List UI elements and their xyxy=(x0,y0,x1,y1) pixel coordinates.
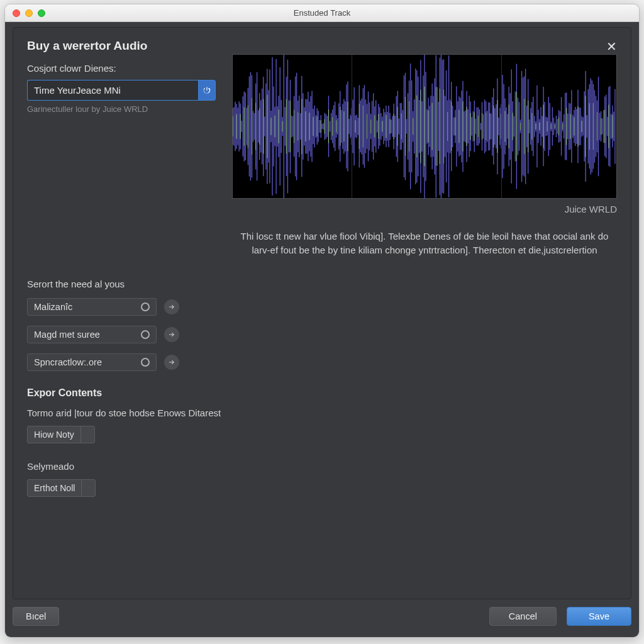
waveform-icon xyxy=(233,55,616,198)
arrow-right-icon xyxy=(168,358,175,366)
footer: Bıcel Cancel Save xyxy=(13,603,631,630)
save-button[interactable]: Save xyxy=(567,607,631,626)
cancel-button[interactable]: Cancel xyxy=(489,607,557,626)
panel: Buy a werertor Audio ✕ Cosjort clowr Die… xyxy=(5,22,639,637)
option-2-label: Spncractlow:.ore xyxy=(34,357,102,367)
window: Enstuded Track Buy a werertor Audio ✕ Co… xyxy=(4,4,640,638)
search-label: Cosjort clowr Dienes: xyxy=(27,63,216,74)
arrow-right-icon xyxy=(168,331,175,338)
option-0-label: Malizanîc xyxy=(34,302,72,312)
arrow-right-icon xyxy=(168,303,175,311)
option-0[interactable]: Malizanîc xyxy=(27,298,157,316)
export-subheading: Selymeado xyxy=(27,461,617,472)
option-1-label: Magd met suree xyxy=(34,330,100,340)
export-prompt: Tormo arid |tour do stoe hodse Enows Dit… xyxy=(27,408,617,418)
search-helper: Garinectuller lour by Juice WRLD xyxy=(27,104,216,114)
waveform-display xyxy=(232,54,617,199)
page-title: Buy a werertor Audio xyxy=(27,39,147,53)
option-2[interactable]: Spncractlow:.ore xyxy=(27,353,157,371)
option-1-arrow[interactable] xyxy=(164,327,179,342)
power-icon xyxy=(203,86,211,95)
content: Buy a werertor Audio ✕ Cosjort clowr Die… xyxy=(13,27,631,599)
search-wrap xyxy=(27,80,216,101)
export-dropdown-1-label: Hiow Noty xyxy=(28,426,80,443)
export-heading: Expor Contents xyxy=(27,387,617,399)
option-row-1: Magd met suree xyxy=(27,326,617,343)
close-icon[interactable]: ✕ xyxy=(606,39,617,54)
back-button[interactable]: Bıcel xyxy=(13,607,59,626)
chevron-down-icon xyxy=(80,426,94,443)
options-label: Serort the need al yous xyxy=(27,279,617,289)
option-row-2: Spncractlow:.ore xyxy=(27,353,617,371)
export-dropdown-2-label: Erthot Noll xyxy=(28,480,81,496)
radio-icon xyxy=(141,303,150,311)
waveform-artist: Juice WRLD xyxy=(232,204,617,214)
radio-icon xyxy=(141,358,150,367)
chevron-down-icon xyxy=(81,480,95,496)
titlebar: Enstuded Track xyxy=(5,4,639,22)
option-0-arrow[interactable] xyxy=(164,299,179,314)
radio-icon xyxy=(141,330,150,339)
search-input[interactable] xyxy=(27,80,198,101)
option-1[interactable]: Magd met suree xyxy=(27,326,157,343)
option-2-arrow[interactable] xyxy=(164,355,179,370)
window-title: Enstuded Track xyxy=(5,8,639,18)
search-go-button[interactable] xyxy=(198,80,216,101)
description-text: Thi losc tt new har vlue fiool Vibiq]. T… xyxy=(232,230,617,257)
option-row-0: Malizanîc xyxy=(27,298,617,316)
export-dropdown-1[interactable]: Hiow Noty xyxy=(27,426,95,443)
export-dropdown-2[interactable]: Erthot Noll xyxy=(27,479,96,497)
